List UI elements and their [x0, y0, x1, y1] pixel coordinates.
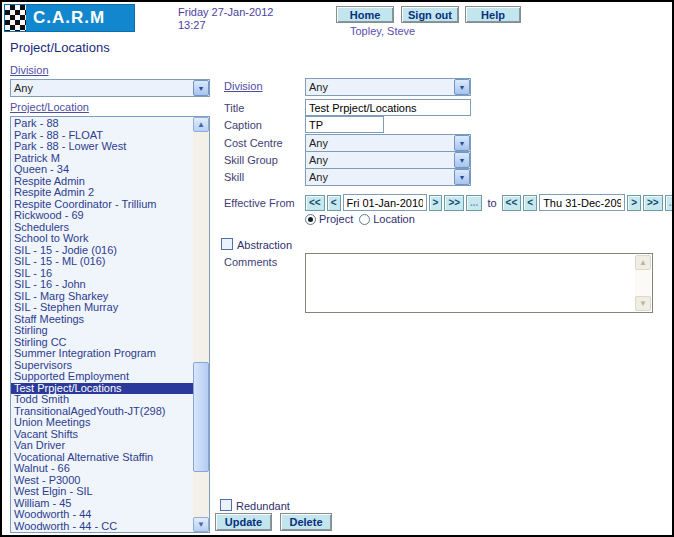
to-date-input[interactable]: [539, 194, 625, 211]
list-item[interactable]: SIL - 16 - John: [11, 279, 193, 291]
from-date-picker-button[interactable]: ...: [466, 195, 482, 211]
scrollbar-track[interactable]: [193, 132, 209, 517]
datetime-display: Friday 27-Jan-2012 13:27: [178, 6, 273, 32]
skill-group-select[interactable]: Any ▼: [305, 151, 471, 169]
comments-label: Comments: [224, 256, 277, 268]
list-item[interactable]: Stirling: [11, 325, 193, 337]
list-item[interactable]: Respite Coordinator - Trillium: [11, 199, 193, 211]
project-radio-label: Project: [319, 213, 353, 225]
list-item[interactable]: William - 45: [11, 498, 193, 510]
list-item[interactable]: Patrick M: [11, 153, 193, 165]
division-link-left[interactable]: Division: [10, 64, 49, 76]
from-date-input[interactable]: [343, 194, 427, 211]
chevron-down-icon[interactable]: ▼: [454, 152, 470, 168]
project-radio[interactable]: [305, 214, 316, 225]
list-item[interactable]: Union Meetings: [11, 417, 193, 429]
list-item[interactable]: Respite Admin: [11, 176, 193, 188]
scrollbar-up-icon[interactable]: ▲: [635, 255, 651, 270]
project-location-radio-group: Project Location: [305, 213, 415, 225]
list-item[interactable]: Woodworth - 44 - CC: [11, 521, 193, 533]
chevron-down-icon[interactable]: ▼: [454, 169, 470, 185]
list-item[interactable]: Vacant Shifts: [11, 429, 193, 441]
project-location-listbox[interactable]: Park - 88Park - 88 - FLOATPark - 88 - Lo…: [10, 116, 210, 533]
carm-logo: C.A.R.M: [4, 4, 135, 32]
division-select-left[interactable]: Any ▼: [10, 79, 210, 97]
list-item[interactable]: School to Work: [11, 233, 193, 245]
effective-from-row: << < > >> ... to << < > >> ...: [305, 194, 674, 211]
list-item[interactable]: Park - 88: [11, 118, 193, 130]
skill-select[interactable]: Any ▼: [305, 168, 471, 186]
caption-input[interactable]: [305, 116, 384, 133]
time-text: 13:27: [178, 19, 273, 32]
cost-centre-select[interactable]: Any ▼: [305, 134, 471, 152]
comments-textarea[interactable]: ▲ ▼: [305, 253, 653, 313]
list-item[interactable]: Stirling CC: [11, 337, 193, 349]
scrollbar-down-icon[interactable]: ▼: [635, 296, 651, 311]
chevron-down-icon[interactable]: ▼: [193, 80, 209, 96]
abstraction-checkbox[interactable]: [221, 238, 233, 250]
scrollbar-up-icon[interactable]: ▲: [193, 117, 209, 132]
list-item[interactable]: Park - 88 - FLOAT: [11, 130, 193, 142]
division-link-form[interactable]: Division: [224, 80, 263, 92]
list-item[interactable]: Walnut - 66: [11, 463, 193, 475]
to-label: to: [487, 197, 496, 209]
from-date-back-button[interactable]: <: [327, 195, 341, 211]
home-button[interactable]: Home: [336, 6, 394, 23]
list-item[interactable]: SIL - 16: [11, 268, 193, 280]
location-radio[interactable]: [359, 214, 370, 225]
effective-from-label: Effective From: [224, 197, 295, 209]
to-date-forward-button[interactable]: >: [627, 195, 641, 211]
list-item[interactable]: Supervisors: [11, 360, 193, 372]
list-item[interactable]: Schedulers: [11, 222, 193, 234]
list-item[interactable]: Test Prpject/Locations: [11, 383, 193, 395]
scrollbar-down-icon[interactable]: ▼: [193, 517, 209, 532]
title-label: Title: [224, 102, 244, 114]
listbox-scrollbar[interactable]: ▲ ▼: [193, 117, 209, 532]
from-date-forward-button[interactable]: >: [429, 195, 443, 211]
scrollbar-thumb[interactable]: [193, 362, 209, 472]
to-date-fast-forward-button[interactable]: >>: [643, 195, 663, 211]
sign-out-button[interactable]: Sign out: [401, 6, 459, 23]
cost-centre-label: Cost Centre: [224, 137, 283, 149]
to-date-fast-back-button[interactable]: <<: [502, 195, 522, 211]
list-item[interactable]: Supported Employment: [11, 371, 193, 383]
list-item[interactable]: Woodworth - 44: [11, 509, 193, 521]
location-radio-label: Location: [373, 213, 415, 225]
division-select-form[interactable]: Any ▼: [305, 78, 471, 96]
list-item[interactable]: SIL - 15 - ML (016): [11, 256, 193, 268]
comments-scrollbar[interactable]: ▲ ▼: [635, 255, 651, 311]
list-item[interactable]: Park - 88 - Lower West: [11, 141, 193, 153]
title-input[interactable]: [305, 99, 471, 116]
to-date-back-button[interactable]: <: [523, 195, 537, 211]
list-item[interactable]: Queen - 34: [11, 164, 193, 176]
from-date-fast-forward-button[interactable]: >>: [444, 195, 464, 211]
logo-text: C.A.R.M: [33, 8, 105, 28]
list-item[interactable]: Staff Meetings: [11, 314, 193, 326]
list-item[interactable]: SIL - Marg Sharkey: [11, 291, 193, 303]
skill-group-select-value: Any: [306, 154, 454, 166]
list-item[interactable]: Respite Admin 2: [11, 187, 193, 199]
list-item[interactable]: Rickwood - 69: [11, 210, 193, 222]
redundant-checkbox[interactable]: [220, 499, 232, 511]
project-location-link[interactable]: Project/Location: [10, 101, 89, 113]
list-item[interactable]: SIL - 15 - Jodie (016): [11, 245, 193, 257]
list-item[interactable]: Van Driver: [11, 440, 193, 452]
list-item[interactable]: West - P3000: [11, 475, 193, 487]
list-item[interactable]: TransitionalAgedYouth-JT(298): [11, 406, 193, 418]
list-item[interactable]: SIL - Stephen Murray: [11, 302, 193, 314]
redundant-label: Redundant: [236, 500, 290, 512]
list-item[interactable]: Summer Integration Program: [11, 348, 193, 360]
help-button[interactable]: Help: [465, 6, 521, 23]
chevron-down-icon[interactable]: ▼: [454, 135, 470, 151]
list-item[interactable]: Todd Smith: [11, 394, 193, 406]
chevron-down-icon[interactable]: ▼: [454, 79, 470, 95]
list-item[interactable]: West Elgin - SIL: [11, 486, 193, 498]
list-item[interactable]: Vocational Alternative Staffin: [11, 452, 193, 464]
to-date-picker-button[interactable]: ...: [665, 195, 674, 211]
from-date-fast-back-button[interactable]: <<: [305, 195, 325, 211]
delete-button[interactable]: Delete: [280, 513, 332, 531]
update-button[interactable]: Update: [215, 513, 272, 531]
skill-select-value: Any: [306, 171, 454, 183]
date-text: Friday 27-Jan-2012: [178, 6, 273, 19]
checkered-flag-icon: [5, 5, 26, 31]
